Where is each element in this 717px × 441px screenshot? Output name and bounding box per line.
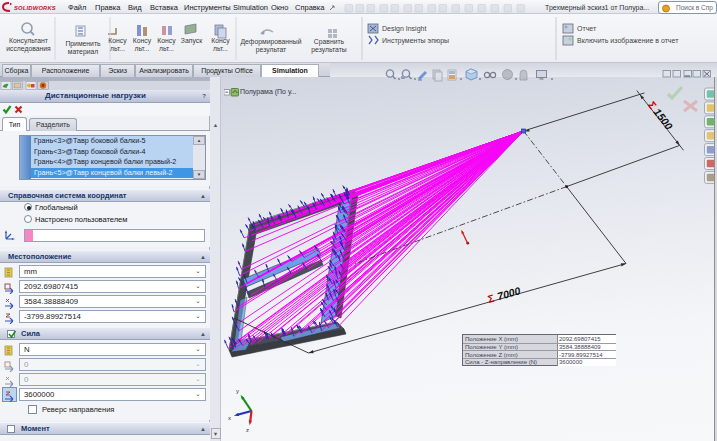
svg-text:7000: 7000 [496, 284, 522, 302]
svg-text:z: z [246, 427, 249, 433]
svg-text:x: x [228, 415, 231, 421]
svg-text:y: y [236, 388, 239, 394]
svg-text:1500: 1500 [651, 106, 675, 132]
